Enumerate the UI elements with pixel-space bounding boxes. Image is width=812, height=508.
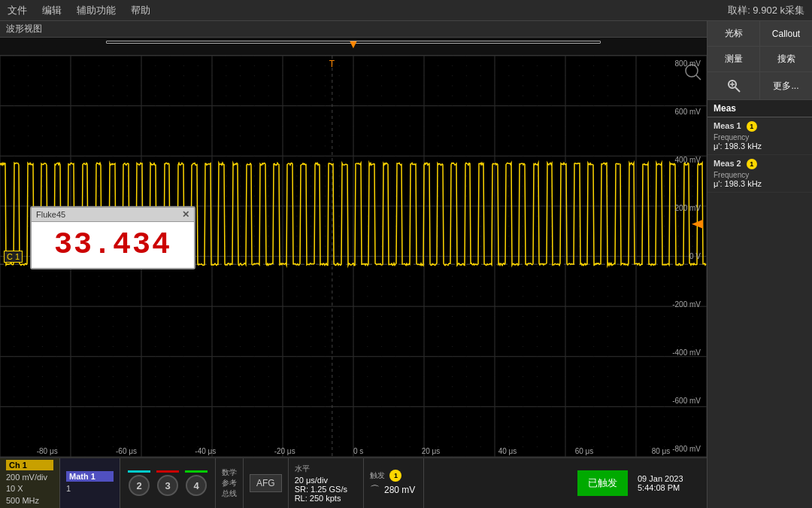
meas1-ch-badge: 1 — [747, 121, 757, 132]
menu-edit[interactable]: 编辑 — [42, 4, 62, 17]
menu-assist[interactable]: 辅助功能 — [77, 4, 116, 17]
datetime-section: 09 Jan 2023 5:44:08 PM — [632, 458, 707, 508]
math-label: 数学 — [222, 467, 237, 478]
ch2-indicator: 2 — [128, 470, 150, 496]
ch1-label: Ch 1 — [6, 460, 53, 470]
date-value: 09 Jan 2023 — [638, 474, 701, 483]
fluke45-display: 33.434 — [32, 222, 194, 268]
math1-value: 1 — [66, 483, 114, 494]
measure-btn[interactable]: 测量 — [707, 47, 760, 71]
menu-help[interactable]: 帮助 — [131, 4, 150, 17]
time-label-n80: -80 μs — [37, 447, 58, 455]
meas2-title: Meas 2 1 — [714, 159, 806, 169]
time-label-n60: -60 μs — [116, 447, 137, 455]
right-panel: 光标 Callout 测量 搜索 更多... Meas Meas 1 — [707, 21, 812, 508]
cursor-btn[interactable]: 光标 — [707, 21, 760, 46]
waveform-canvas[interactable]: 800 mV 600 mV 400 mV 200 mV 0 V -200 mV … — [0, 56, 707, 457]
ch1-bw: 500 MHz — [6, 495, 53, 506]
afg-btn[interactable]: AFG — [250, 474, 282, 492]
menu-file[interactable]: 文件 — [8, 4, 27, 17]
time-label-80: 80 μs — [652, 447, 671, 455]
svg-line-1 — [735, 87, 740, 92]
zoom-icon — [726, 78, 741, 93]
math1-section: Math 1 1 — [60, 458, 120, 508]
fluke45-titlebar: Fluke45 ✕ — [32, 208, 194, 222]
trigger-arrow-icon: ▼ — [347, 38, 359, 51]
horiz-sr: SR: 1.25 GS/s — [295, 485, 357, 494]
time-label-40: 40 μs — [498, 447, 517, 455]
time-label-20: 20 μs — [422, 447, 441, 455]
more-btn[interactable]: 更多... — [760, 72, 812, 99]
bus-label: 总线 — [222, 488, 237, 499]
trigger-nav-marker: ▼ — [347, 38, 359, 51]
trigger-icon-value: ⌒ 280 mV — [370, 483, 417, 497]
time-label-n40: -40 μs — [195, 447, 216, 455]
right-btn-row-3: 更多... — [707, 72, 812, 100]
meas2-value: μ': 198.3 kHz — [714, 179, 806, 188]
afg-section: AFG — [244, 458, 289, 508]
ch3-indicator: 3 — [156, 470, 179, 496]
bottom-bar: Ch 1 200 mV/div 10 X 500 MHz Math 1 1 2 … — [0, 457, 707, 508]
meas2-block: Meas 2 1 Frequency μ': 198.3 kHz — [707, 155, 812, 193]
right-btn-row-1: 光标 Callout — [707, 21, 812, 47]
fluke45-title: Fluke45 — [36, 210, 65, 219]
ref-label: 参考 — [222, 478, 237, 488]
ch4-line — [185, 470, 208, 473]
trigger-label: 触发 1 — [370, 470, 417, 482]
meas2-ch-badge: 1 — [747, 159, 757, 169]
waveform-title: 波形视图 — [6, 23, 42, 35]
math1-label: Math 1 — [66, 471, 114, 482]
ch3-btn[interactable]: 3 — [157, 475, 178, 496]
horiz-label: 水平 — [295, 464, 357, 474]
sample-info: 取样: 9.902 k采集 — [728, 4, 804, 17]
trigger-value: 280 mV — [384, 485, 415, 495]
nav-bar: ▼ — [0, 38, 707, 56]
horiz-div: 20 μs/div — [295, 476, 357, 485]
channel-buttons: 2 3 4 — [120, 458, 216, 508]
ch2-line — [128, 470, 150, 473]
fluke45-close-btn[interactable]: ✕ — [182, 209, 189, 220]
ch1-section: Ch 1 200 mV/div 10 X 500 MHz — [0, 458, 60, 508]
math-ref-bus[interactable]: 数学 参考 总线 — [216, 458, 244, 508]
main-layout: 波形视图 ▼ 800 mV 600 mV 400 mV 200 mV 0 V -… — [0, 21, 812, 508]
waveform-area: 波形视图 ▼ 800 mV 600 mV 400 mV 200 mV 0 V -… — [0, 21, 707, 508]
meas1-block: Meas 1 1 Frequency μ': 198.3 kHz — [707, 117, 812, 155]
triggered-btn[interactable]: 已触发 — [577, 470, 628, 496]
meas2-type: Frequency — [714, 171, 806, 179]
fluke45-value: 33.434 — [54, 228, 171, 262]
time-labels: -80 μs -60 μs -40 μs -20 μs 0 s 20 μs 40… — [0, 447, 707, 455]
meas1-type: Frequency — [714, 133, 806, 141]
time-label-60: 60 μs — [575, 447, 594, 455]
time-label-n20: -20 μs — [274, 447, 295, 455]
fluke45-box[interactable]: Fluke45 ✕ 33.434 — [30, 206, 195, 269]
ch2-btn[interactable]: 2 — [129, 475, 150, 496]
meas-header: Meas — [707, 100, 812, 117]
time-value: 5:44:08 PM — [638, 483, 701, 492]
meas1-title: Meas 1 1 — [714, 121, 806, 132]
horiz-rl: RL: 250 kpts — [295, 494, 357, 503]
ch4-btn[interactable]: 4 — [186, 475, 207, 496]
trigger-edge-icon: ⌒ — [370, 484, 380, 495]
right-btn-row-2: 测量 搜索 — [707, 47, 812, 72]
zoom-icon-btn[interactable] — [707, 72, 760, 99]
waveform-header: 波形视图 — [0, 21, 707, 38]
c1-label: C 1 — [4, 251, 23, 263]
meas1-value: μ': 198.3 kHz — [714, 141, 806, 151]
trigger-badge: 1 — [389, 470, 401, 482]
ch1-probe: 10 X — [6, 483, 53, 494]
menu-bar: 文件 编辑 辅助功能 帮助 取样: 9.902 k采集 — [0, 0, 812, 21]
ch3-line — [156, 470, 179, 473]
callout-btn[interactable]: Callout — [760, 21, 812, 46]
time-label-0: 0 s — [353, 447, 363, 455]
menu-items: 文件 编辑 辅助功能 帮助 — [8, 4, 150, 17]
horizontal-section: 水平 20 μs/div SR: 1.25 GS/s RL: 250 kpts — [289, 458, 364, 508]
search-btn[interactable]: 搜索 — [760, 47, 812, 71]
trigger-section: 触发 1 ⌒ 280 mV — [364, 458, 424, 508]
ch1-div: 200 mV/div — [6, 472, 53, 483]
ch4-indicator: 4 — [185, 470, 208, 496]
